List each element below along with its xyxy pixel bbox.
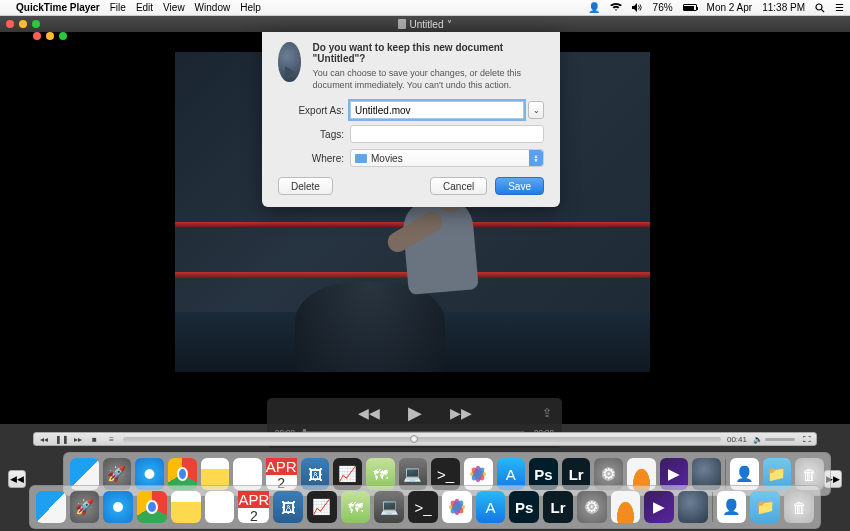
menu-edit[interactable]: Edit [136,2,153,13]
dock-lower: 🚀 ☑ APR2 🖼 📈 🗺 💻 >_ A Ps Lr ⚙ ▶ 👤 📁 🗑 [29,485,821,529]
tags-input[interactable] [350,125,544,143]
export-as-input[interactable] [350,101,524,119]
dock2-vlc-icon[interactable] [611,491,641,523]
dock2-settings-icon[interactable]: ⚙ [577,491,607,523]
user-menu-icon[interactable]: 👤 [588,2,600,13]
player-control-bar: ◂◂ ❚❚ ▸▸ ■ ≡ 00:41 🔈 ⛶ [33,432,817,446]
title-chevron-icon[interactable]: ˅ [447,19,452,30]
window-maximize-button[interactable] [32,20,40,28]
dock2-chrome-icon[interactable] [137,491,167,523]
dock2-launchpad-icon[interactable]: 🚀 [70,491,100,523]
pb-elapsed-time: 00:41 [727,435,747,444]
pb-volume-control[interactable]: 🔈 [753,435,795,444]
dock2-finder-icon[interactable] [36,491,66,523]
menu-help[interactable]: Help [240,2,261,13]
menu-file[interactable]: File [110,2,126,13]
save-button[interactable]: Save [495,177,544,195]
dock2-stocks-icon[interactable]: 📈 [307,491,337,523]
svg-line-1 [821,9,824,12]
pb-next-button[interactable]: ▸▸ [72,435,83,444]
pb-prev-button[interactable]: ◂◂ [38,435,49,444]
svg-point-0 [816,4,822,10]
menu-window[interactable]: Window [195,2,231,13]
window-minimize-button[interactable] [19,20,27,28]
cancel-button[interactable]: Cancel [430,177,487,195]
window-titlebar: Untitled ˅ [0,16,850,32]
where-select[interactable]: Movies ▲▼ [350,149,544,167]
dock2-maps-icon[interactable]: 🗺 [341,491,371,523]
window-close-button[interactable] [6,20,14,28]
dialog-headline: Do you want to keep this new document "U… [313,42,544,64]
expand-save-panel-button[interactable]: ⌄ [528,101,544,119]
menu-view[interactable]: View [163,2,185,13]
dock2-calendar-icon[interactable]: APR2 [238,491,269,523]
dock2-divider [712,492,713,522]
pb-seek-track[interactable] [123,437,721,442]
system-menubar: QuickTime Player File Edit View Window H… [0,0,850,16]
battery-percent: 76% [653,2,673,13]
select-arrows-icon: ▲▼ [529,150,543,166]
fastforward-button[interactable]: ▶▶ [450,405,472,421]
notification-center-icon[interactable]: ☰ [835,2,844,13]
dock2-terminal-icon[interactable]: >_ [408,491,438,523]
pb-pause-button[interactable]: ❚❚ [55,435,66,444]
dock2-migration-icon[interactable]: 💻 [374,491,404,523]
dock2-safari-icon[interactable] [103,491,133,523]
time-text[interactable]: 11:38 PM [762,2,805,13]
dock2-reminders-icon[interactable]: ☑ [205,491,235,523]
dock2-notes-icon[interactable] [171,491,201,523]
battery-icon [683,4,697,11]
dock2-photos-icon[interactable] [442,491,472,523]
export-as-label: Export As: [278,105,344,116]
wifi-icon[interactable] [610,3,622,12]
quicktime-app-icon [278,42,301,82]
inner-close-button[interactable] [33,32,41,40]
save-dialog: Do you want to keep this new document "U… [262,32,560,207]
pb-seek-knob[interactable] [410,435,418,443]
play-button[interactable]: ▶ [408,402,422,424]
folder-icon [355,154,367,163]
volume-icon[interactable] [632,3,643,12]
tags-label: Tags: [278,129,344,140]
inner-window-controls [33,32,67,40]
dock2-play-icon[interactable]: ▶ [644,491,674,523]
pb-playlist-button[interactable]: ≡ [106,435,117,444]
where-label: Where: [278,153,344,164]
dock2-quicktime-icon[interactable] [678,491,708,523]
document-icon [398,19,406,29]
dock-expand-left[interactable]: ◀◀ [8,470,26,488]
dock2-appstore-icon[interactable]: A [476,491,506,523]
where-value: Movies [371,153,403,164]
dock2-lightroom-icon[interactable]: Lr [543,491,573,523]
inner-minimize-button[interactable] [46,32,54,40]
rewind-button[interactable]: ◀◀ [358,405,380,421]
app-name[interactable]: QuickTime Player [16,2,100,13]
pb-fullscreen-button[interactable]: ⛶ [801,435,812,444]
pb-stop-button[interactable]: ■ [89,435,100,444]
window-title[interactable]: Untitled [410,19,444,30]
dock2-trash-icon[interactable]: 🗑 [784,491,814,523]
share-button[interactable]: ⇪ [542,406,552,420]
inner-maximize-button[interactable] [59,32,67,40]
dock2-downloads-icon[interactable]: 📁 [750,491,780,523]
dock2-contact-icon[interactable]: 👤 [717,491,747,523]
dock2-photoshop-icon[interactable]: Ps [509,491,539,523]
delete-button[interactable]: Delete [278,177,333,195]
spotlight-icon[interactable] [815,3,825,13]
date-text[interactable]: Mon 2 Apr [707,2,753,13]
dock2-preview-icon[interactable]: 🖼 [273,491,303,523]
dialog-description: You can choose to save your changes, or … [313,68,544,91]
